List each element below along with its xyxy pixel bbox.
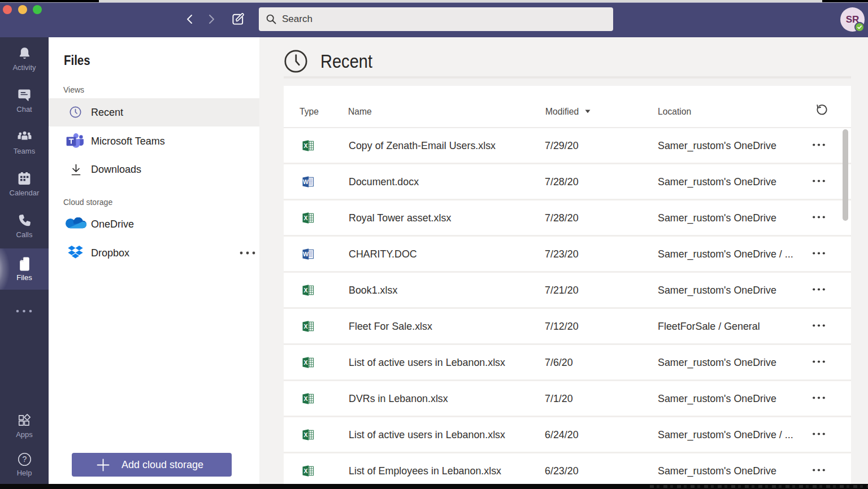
- svg-text:X: X: [303, 395, 307, 402]
- svg-text:X: X: [303, 142, 307, 149]
- svg-text:X: X: [303, 468, 307, 474]
- svg-text:X: X: [303, 323, 307, 330]
- svg-text:W: W: [303, 251, 309, 257]
- svg-text:X: X: [303, 431, 307, 438]
- svg-text:X: X: [303, 359, 307, 366]
- svg-text:W: W: [303, 178, 309, 185]
- svg-text:X: X: [303, 215, 307, 221]
- svg-text:X: X: [303, 287, 307, 294]
- svg-text:?: ?: [22, 455, 27, 464]
